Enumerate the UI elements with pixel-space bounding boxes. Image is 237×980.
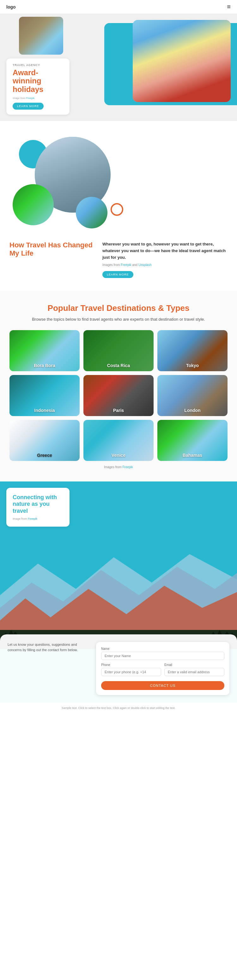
hero-credit-link[interactable]: Freepik — [26, 97, 35, 100]
connecting-credit-text: Image from — [13, 517, 28, 520]
contact-left: Let us know your questions, suggestions … — [8, 642, 90, 653]
contact-overlay: Let us know your questions, suggestions … — [0, 635, 237, 703]
dest-card-paris[interactable]: Paris — [83, 375, 154, 416]
orange-ring-decoration — [111, 203, 123, 216]
contact-form-area: Let us know your questions, suggestions … — [8, 642, 229, 695]
contact-phone-email-row: Phone Email — [101, 663, 224, 679]
hero-label: TRAVEL AGENCY — [13, 64, 63, 67]
dest-card-indonesia-label: Indonesia — [10, 408, 80, 413]
how-travel-section: How Travel Has Changed My Life Wherever … — [0, 121, 237, 291]
hero-credit-text: Image from — [13, 97, 26, 100]
how-travel-right: Wherever you want to go, however you wan… — [102, 241, 227, 278]
dest-card-london-label: London — [157, 408, 227, 413]
credit-and: and — [132, 263, 138, 267]
dest-card-greece[interactable]: Greece — [10, 420, 80, 461]
how-travel-content: How Travel Has Changed My Life Wherever … — [10, 241, 227, 278]
dest-card-venice[interactable]: Venice — [83, 420, 154, 461]
credit-link2[interactable]: Unsplash — [138, 263, 152, 267]
dest-credit-text: Images from — [104, 465, 122, 469]
circle-small-right-image — [76, 197, 107, 228]
contact-phone-group: Phone — [101, 663, 161, 679]
connecting-card-credit: Image from Freepik — [13, 517, 63, 520]
dest-card-paris-label: Paris — [83, 408, 154, 413]
destinations-grid: Bora Bora Costa Rica Tokyo Indonesia Par… — [10, 330, 227, 461]
contact-phone-input[interactable] — [101, 668, 161, 676]
hero-main-image — [133, 20, 231, 102]
footer-note: Sample text. Click to select the text bo… — [62, 706, 175, 710]
how-travel-heading: How Travel Has Changed My Life — [10, 241, 93, 258]
dest-card-bahamas-label: Bahamas — [157, 453, 227, 458]
contact-email-label: Email — [164, 663, 224, 667]
destinations-credit: Images from Freepik — [10, 465, 227, 469]
dest-card-bahamas[interactable]: Bahamas — [157, 420, 227, 461]
contact-name-group: Name — [101, 647, 224, 663]
contact-email-input[interactable] — [164, 668, 224, 676]
hero-img-credit: Image from Freepik — [13, 97, 63, 100]
contact-form: Name Phone Email CONTACT US — [96, 642, 229, 695]
dest-card-greece-label: Greece — [10, 453, 80, 458]
dest-card-costa-rica-label: Costa Rica — [83, 363, 154, 368]
how-travel-learn-more-button[interactable]: LEARN MORE — [102, 271, 134, 278]
contact-name-label: Name — [101, 647, 224, 651]
how-travel-left: How Travel Has Changed My Life — [10, 241, 93, 261]
logo: logo — [6, 5, 16, 10]
menu-icon[interactable]: ≡ — [227, 3, 231, 10]
dest-card-tokyo[interactable]: Tokyo — [157, 330, 227, 371]
hero-text-box: TRAVEL AGENCY Award-winning holidays Ima… — [6, 59, 70, 115]
contact-name-input[interactable] — [101, 652, 224, 660]
dest-card-tokyo-label: Tokyo — [157, 363, 227, 368]
credit-link1[interactable]: Freepik — [121, 263, 131, 267]
destinations-title: Popular Travel Destinations & Types — [10, 303, 227, 313]
hero-title: Award-winning holidays — [13, 68, 63, 94]
dest-card-costa-rica[interactable]: Costa Rica — [83, 330, 154, 371]
landscape-area — [0, 538, 237, 640]
dest-card-london[interactable]: London — [157, 375, 227, 416]
landscape-svg — [0, 538, 237, 640]
footer: Sample text. Click to select the text bo… — [0, 703, 237, 713]
connecting-card: Connecting with nature as you travel Ima… — [6, 488, 70, 527]
dest-credit-link[interactable]: Freepik — [122, 465, 133, 469]
connecting-section: Connecting with nature as you travel Ima… — [0, 482, 237, 703]
contact-submit-button[interactable]: CONTACT US — [101, 681, 224, 690]
contact-phone-label: Phone — [101, 663, 161, 667]
hero-main-image-inner — [133, 20, 231, 102]
dest-card-venice-label: Venice — [83, 453, 154, 458]
hero-rock-image — [19, 17, 63, 55]
connecting-credit-link[interactable]: Freepik — [28, 517, 37, 520]
how-travel-body: Wherever you want to go, however you wan… — [102, 241, 227, 261]
header: logo ≡ — [0, 0, 237, 14]
contact-email-group: Email — [164, 663, 224, 679]
circles-area — [10, 134, 227, 235]
destinations-section: Popular Travel Destinations & Types Brow… — [0, 291, 237, 482]
connecting-card-title: Connecting with nature as you travel — [13, 494, 63, 515]
dest-card-bora-bora-label: Bora Bora — [10, 363, 80, 368]
destinations-subtitle: Browse the topics below to find travel a… — [10, 316, 227, 323]
hero-learn-more-button[interactable]: LEARN MORE — [13, 103, 44, 110]
dest-card-indonesia[interactable]: Indonesia — [10, 375, 80, 416]
circle-small-left-image — [13, 184, 54, 225]
credit-text: Images from — [102, 263, 121, 267]
dest-card-bora-bora[interactable]: Bora Bora — [10, 330, 80, 371]
contact-description: Let us know your questions, suggestions … — [8, 642, 90, 653]
how-travel-credit: Images from Freepik and Unsplash — [102, 263, 227, 267]
hero-section: TRAVEL AGENCY Award-winning holidays Ima… — [0, 14, 237, 121]
